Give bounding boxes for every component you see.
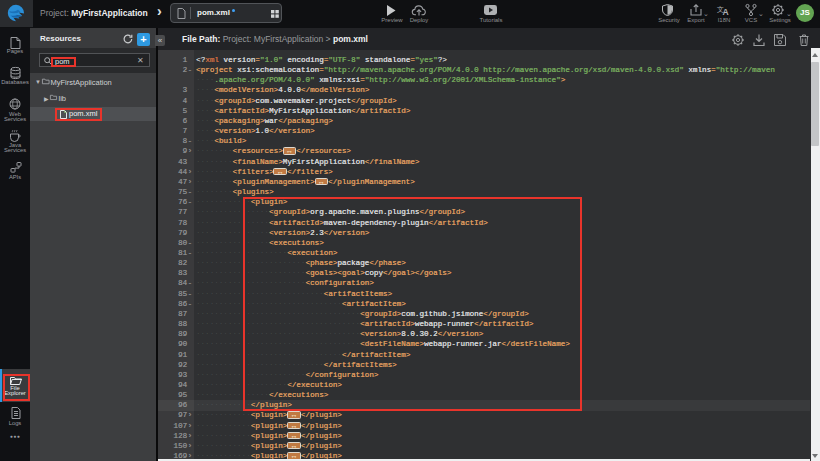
- svg-text:A: A: [723, 7, 729, 17]
